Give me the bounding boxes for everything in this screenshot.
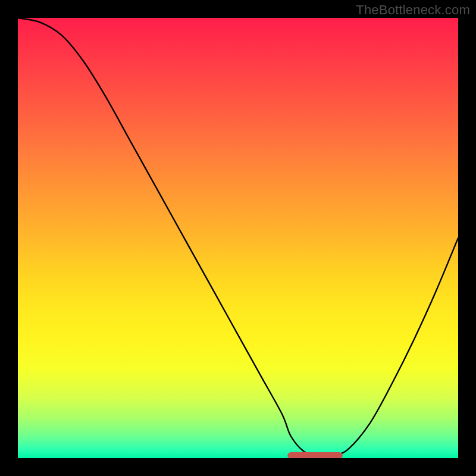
plot-area [18,18,458,458]
chart-frame: TheBottleneck.com [0,0,476,476]
bottleneck-curve [18,18,458,456]
attribution-text: TheBottleneck.com [356,2,470,18]
curve-layer [18,18,458,458]
